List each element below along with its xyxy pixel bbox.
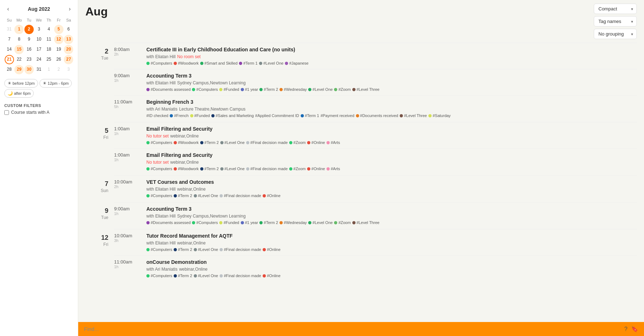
tag: #Level One — [308, 87, 333, 92]
cal-day-3[interactable]: 3 — [34, 25, 43, 34]
prev-month-button[interactable]: ‹ — [4, 4, 12, 14]
cal-day-17[interactable]: 17 — [34, 45, 43, 54]
event-time-col: 9:00am1h — [114, 206, 146, 225]
cal-day-18[interactable]: 18 — [44, 45, 53, 54]
event-row[interactable]: 10:00am2hVET Courses and Outcomeswith El… — [114, 175, 637, 201]
event-title: VET Courses and Outcomes — [146, 179, 637, 185]
event-title: Email Filtering and Security — [146, 126, 637, 132]
cal-day-26[interactable]: 26 — [54, 55, 64, 64]
event-time-col: 11:00am1h — [114, 259, 146, 278]
tag: #Term 2 — [259, 87, 278, 92]
tag: #Final decision made — [220, 193, 261, 198]
event-tags: #Computers#Woodwork#Smart and Skilled#Te… — [146, 61, 637, 65]
cal-day-21[interactable]: 21 — [5, 55, 14, 64]
events-col: 8:00am2hCertificate III in Early Childho… — [114, 43, 637, 121]
tag-label: #Final decision made — [250, 167, 288, 171]
cal-day-16[interactable]: 16 — [24, 45, 34, 54]
event-row[interactable]: 9:00am1hAccounting Term 3with Eliatan Hi… — [114, 69, 637, 95]
cal-day-11[interactable]: 11 — [44, 35, 53, 44]
course-starts-a-filter[interactable]: Course starts with A — [4, 110, 74, 115]
tag-label: #Online — [267, 193, 281, 198]
after-6pm-filter[interactable]: 🌙 after 6pm — [4, 89, 34, 98]
tag-names-dropdown[interactable]: Tag names — [594, 16, 637, 27]
cal-day-1[interactable]: 1 — [14, 25, 24, 34]
cal-day-3[interactable]: 3 — [64, 65, 73, 74]
cal-day-10[interactable]: 10 — [34, 35, 43, 44]
search-input[interactable] — [84, 326, 621, 332]
tag-dot — [279, 221, 283, 224]
cal-day-29[interactable]: 29 — [14, 65, 24, 74]
cal-day-28[interactable]: 28 — [5, 65, 14, 74]
event-details: Tutor Record Management for AQTFwith Eli… — [146, 233, 637, 252]
tag-dot — [400, 114, 403, 117]
tag: #Wednesday — [279, 220, 307, 225]
day-group: 9Tue9:00am1hAccounting Term 3with Eliata… — [85, 202, 637, 228]
event-row[interactable]: 1:00am1hEmail Filtering and SecurityNo t… — [114, 148, 637, 174]
cal-day-24[interactable]: 24 — [34, 55, 43, 64]
event-time-col: 9:00am1h — [114, 73, 146, 92]
event-row[interactable]: 11:00am5hBeginning French 3with Ari Mani… — [114, 95, 637, 121]
day-number: 2 — [85, 48, 108, 55]
cal-day-6[interactable]: 6 — [64, 25, 73, 34]
event-details: Accounting Term 3with Eliatan Hill Sydne… — [146, 206, 637, 225]
tag-dot — [194, 194, 197, 197]
cal-day-27[interactable]: 27 — [64, 55, 73, 64]
tag-label: #Level One — [198, 274, 218, 278]
cal-day-14[interactable]: 14 — [5, 45, 14, 54]
tag-label: #Level One — [198, 193, 218, 198]
no-grouping-dropdown[interactable]: No grouping — [594, 29, 637, 39]
tag-dot — [192, 221, 195, 224]
tag: #1 year — [241, 220, 258, 225]
course-starts-a-checkbox[interactable] — [4, 110, 9, 115]
event-tags: #Computers#Term 2#Level One#Final decisi… — [146, 193, 637, 198]
course-starts-a-label: Course starts with A — [11, 110, 50, 115]
cal-day-7[interactable]: 7 — [5, 35, 14, 44]
cal-day-13[interactable]: 13 — [64, 35, 73, 44]
tag-dot — [170, 114, 173, 117]
before-12pm-filter[interactable]: ☀ before 12pm — [4, 79, 38, 88]
cal-day-8[interactable]: 8 — [14, 35, 24, 44]
compact-dropdown[interactable]: Compact — [594, 4, 637, 14]
cal-day-1[interactable]: 1 — [44, 65, 53, 74]
event-row[interactable]: 8:00am2hCertificate III in Early Childho… — [114, 43, 637, 69]
cal-day-23[interactable]: 23 — [24, 55, 34, 64]
cal-day-15[interactable]: 15 — [14, 45, 24, 54]
event-tutor: with Eliatan Hill — [146, 241, 175, 246]
cal-day-2[interactable]: 2 — [24, 25, 34, 34]
tag: #Computers — [146, 167, 172, 171]
schedule-scroll[interactable]: 2Tue8:00am2hCertificate III in Early Chi… — [78, 39, 644, 336]
bookmark-icon-button[interactable]: 🔖 — [631, 326, 638, 332]
day-name: Sun — [101, 188, 108, 193]
day-group: 5Fri1:00am1hEmail Filtering and Security… — [85, 122, 637, 174]
event-location: webinar,Online — [170, 160, 198, 165]
event-time: 9:00am — [114, 73, 146, 78]
cal-day-2[interactable]: 2 — [54, 65, 64, 74]
event-row[interactable]: 10:00am3hTutor Record Management for AQT… — [114, 229, 637, 255]
cal-day-5[interactable]: 5 — [54, 25, 64, 34]
event-row[interactable]: 11:00am1honCourse Demonstrationwith Ari … — [114, 255, 637, 281]
cal-day-31[interactable]: 31 — [34, 65, 43, 74]
next-month-button[interactable]: › — [66, 4, 74, 14]
event-tutor: with Eliatan Hill — [146, 80, 175, 85]
12pm-6pm-filter[interactable]: ☀ 12pm - 6pm — [39, 79, 72, 88]
event-row[interactable]: 9:00am1hAccounting Term 3with Eliatan Hi… — [114, 202, 637, 228]
tag: #Level One — [194, 274, 218, 278]
tag-label: #Term 2 — [264, 87, 278, 92]
help-icon-button[interactable]: ? — [624, 326, 627, 332]
cal-day-25[interactable]: 25 — [44, 55, 53, 64]
cal-day-22[interactable]: 22 — [14, 55, 24, 64]
tag: #Arts — [326, 167, 340, 171]
cal-day-19[interactable]: 19 — [54, 45, 64, 54]
cal-day-4[interactable]: 4 — [44, 25, 53, 34]
tag-label: #Documents assessed — [151, 220, 191, 225]
events-col: 10:00am3hTutor Record Management for AQT… — [114, 229, 637, 281]
cal-day-12[interactable]: 12 — [54, 35, 64, 44]
event-row[interactable]: 1:00am1hEmail Filtering and SecurityNo t… — [114, 122, 637, 148]
events-col: 1:00am1hEmail Filtering and SecurityNo t… — [114, 122, 637, 174]
cal-day-30[interactable]: 30 — [24, 65, 34, 74]
cal-day-9[interactable]: 9 — [24, 35, 34, 44]
tag: #Level One — [259, 61, 283, 65]
cal-day-20[interactable]: 20 — [64, 45, 73, 54]
tag: #Online — [263, 274, 281, 278]
cal-day-31[interactable]: 31 — [5, 25, 14, 34]
